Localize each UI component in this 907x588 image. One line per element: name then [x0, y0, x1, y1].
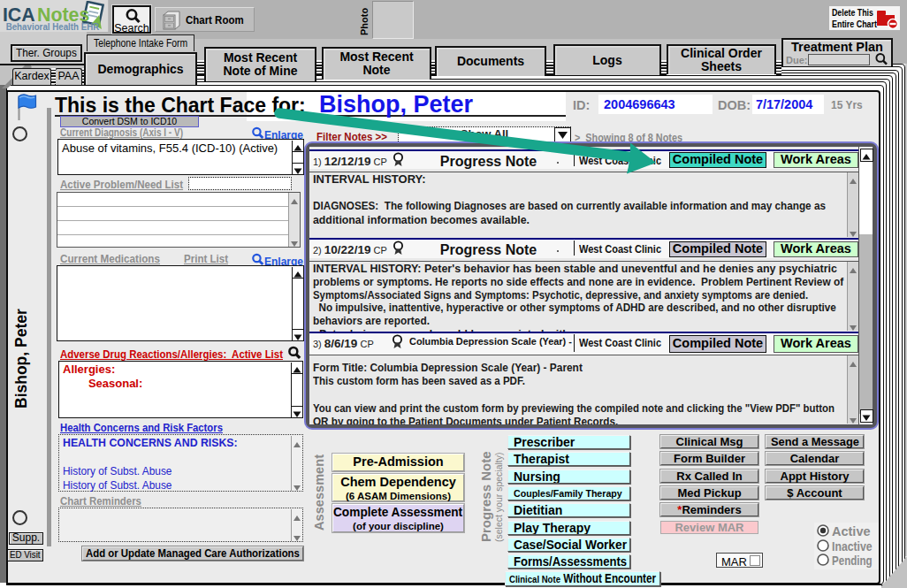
svg-text:Behavioral Health EHR: Behavioral Health EHR: [6, 22, 100, 32]
